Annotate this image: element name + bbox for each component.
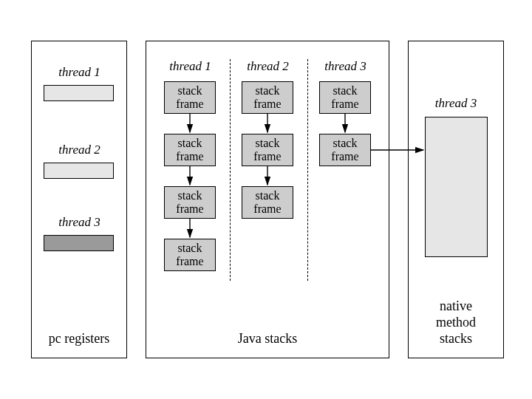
- stacks-col2-header: thread 2: [233, 59, 303, 74]
- pc-register-thread2: [44, 163, 114, 179]
- stacks-col1-header: thread 1: [155, 59, 225, 74]
- stack-frame-t1-4: stack frame: [164, 239, 216, 271]
- native-stacks-caption: native method stacks: [408, 298, 504, 347]
- native-thread3-header: thread 3: [415, 96, 497, 111]
- stack-frame-t1-2: stack frame: [164, 134, 216, 166]
- stack-frame-t1-1: stack frame: [164, 81, 216, 114]
- stacks-separator-1: [230, 59, 231, 281]
- pc-thread3-label: thread 3: [41, 215, 118, 230]
- pc-thread2-label: thread 2: [41, 143, 118, 157]
- pc-register-thread3: [44, 235, 114, 251]
- stack-frame-t3-2: stack frame: [319, 134, 371, 166]
- pc-register-thread1: [44, 85, 114, 101]
- stack-frame-t2-1: stack frame: [242, 81, 293, 114]
- diagram-canvas: thread 1 thread 2 thread 3 pc registers …: [0, 0, 532, 399]
- stack-frame-t2-3: stack frame: [242, 186, 293, 219]
- native-stack-thread3: [425, 117, 488, 257]
- stack-frame-t1-3: stack frame: [164, 186, 216, 219]
- java-stacks-caption: Java stacks: [146, 331, 389, 347]
- pc-registers-caption: pc registers: [31, 331, 127, 347]
- pc-thread1-label: thread 1: [41, 65, 118, 80]
- stack-frame-t3-1: stack frame: [319, 81, 371, 114]
- stack-frame-t2-2: stack frame: [242, 134, 293, 166]
- stacks-separator-2: [307, 59, 308, 281]
- stacks-col3-header: thread 3: [310, 59, 381, 74]
